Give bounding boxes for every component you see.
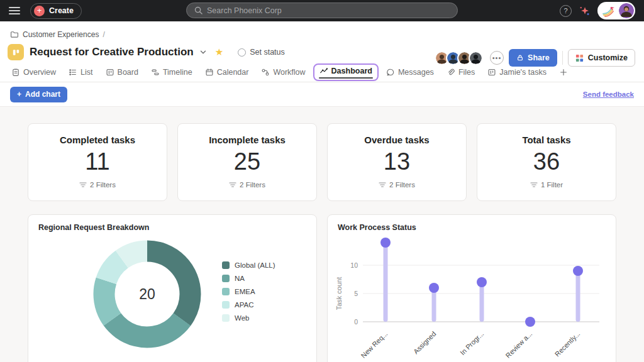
chart-title: Regional Request Breakdown (38, 223, 306, 232)
calendar-icon (205, 68, 214, 77)
legend-label: APAC (235, 301, 253, 309)
topbar-right: ? (560, 2, 635, 19)
tab-calendar[interactable]: Calendar (200, 65, 254, 80)
project-icon (8, 44, 24, 60)
create-button[interactable]: + Create (30, 3, 82, 19)
dashboard-canvas: Completed tasks112 FiltersIncomplete tas… (0, 107, 644, 362)
legend-swatch (222, 301, 230, 309)
stat-value: 11 (28, 149, 167, 175)
donut-chart-card[interactable]: Regional Request Breakdown 20 Global (AL… (28, 214, 317, 362)
chart-legend: Global (ALL)NAEMEAAPACWeb (222, 261, 275, 322)
tab-workflow[interactable]: Workflow (256, 65, 310, 80)
search-placeholder: Search Phoenix Corp (207, 6, 282, 15)
more-members-button[interactable]: ••• (490, 51, 504, 65)
y-tick-label: 5 (354, 290, 358, 297)
legend-item[interactable]: Web (222, 314, 275, 322)
stat-filters[interactable]: 1 Filter (477, 181, 616, 189)
divider (562, 51, 563, 65)
tab-label: Dashboard (331, 67, 372, 75)
stat-card-total-tasks[interactable]: Total tasks361 Filter (477, 123, 616, 201)
tab-board[interactable]: Board (101, 65, 143, 80)
donut-center-total: 20 (92, 239, 203, 349)
lollipop-stem (432, 288, 436, 322)
favorite-star-icon[interactable]: ★ (215, 47, 223, 58)
legend-item[interactable]: Global (ALL) (222, 261, 275, 269)
legend-swatch (222, 275, 230, 282)
lollipop-stem (480, 282, 484, 322)
x-tick-label: New Req... (359, 330, 389, 359)
chat-icon (386, 68, 395, 77)
tab-files[interactable]: Files (441, 65, 480, 80)
legend-label: Web (235, 314, 249, 322)
member-avatars[interactable] (435, 51, 483, 65)
legend-item[interactable]: APAC (222, 301, 275, 309)
sidebar-toggle-icon[interactable] (9, 7, 20, 14)
lollipop-dot-4[interactable] (525, 317, 535, 327)
member-avatar[interactable] (469, 51, 483, 65)
legend-swatch (222, 261, 230, 269)
chart-icon (319, 67, 328, 75)
stat-card-incomplete-tasks[interactable]: Incomplete tasks252 Filters (177, 123, 317, 201)
board-icon (106, 68, 114, 77)
phoenix-logo-icon (601, 4, 618, 17)
tab-messages[interactable]: Messages (381, 65, 439, 80)
y-tick-label: 0 (354, 318, 358, 326)
plus-icon: + (34, 6, 45, 16)
dashboard-toolbar: + Add chart Send feedback (0, 82, 644, 107)
share-button[interactable]: Share (509, 49, 557, 67)
legend-item[interactable]: EMEA (222, 288, 275, 295)
plus-icon (559, 68, 568, 77)
x-tick-label: Review a... (504, 330, 533, 359)
tab-list[interactable]: List (64, 65, 97, 80)
tab-label: Jamie's tasks (499, 68, 547, 77)
tab-dashboard[interactable]: Dashboard (313, 63, 379, 81)
tab-label: List (80, 68, 92, 77)
lollipop-chart-card[interactable]: Work Process Status 0510Task countNew Re… (327, 214, 616, 362)
search-input[interactable]: Search Phoenix Corp (186, 3, 458, 18)
create-button-label: Create (49, 6, 74, 15)
tab-jamies-tasks[interactable]: Jamie's tasks (482, 65, 552, 80)
customize-label: Customize (588, 53, 628, 62)
lollipop-chart: 0510Task countNew Req...AssignedIn Progr… (328, 215, 618, 362)
breadcrumb[interactable]: Customer Experiences / (0, 29, 644, 40)
legend-label: EMEA (235, 288, 255, 295)
stat-value: 25 (178, 149, 316, 175)
tab-timeline[interactable]: Timeline (146, 65, 197, 80)
lollipop-stem (576, 271, 580, 322)
header-actions: ••• Share Customize (435, 49, 635, 67)
lollipop-dot-2[interactable] (429, 283, 439, 293)
send-feedback-link[interactable]: Send feedback (583, 90, 634, 98)
stat-filters[interactable]: 2 Filters (28, 181, 167, 189)
chevron-down-icon[interactable] (199, 48, 207, 56)
ai-sparkle-icon[interactable] (579, 6, 590, 16)
stat-card-completed-tasks[interactable]: Completed tasks112 Filters (28, 123, 167, 201)
y-tick-label: 10 (350, 261, 358, 269)
x-tick-label: Recently... (553, 330, 582, 358)
filter-icon (79, 182, 87, 188)
stat-title: Overdue tasks (328, 134, 466, 145)
set-status-label: Set status (250, 48, 285, 57)
charts-row: Regional Request Breakdown 20 Global (AL… (28, 214, 616, 362)
set-status-button[interactable]: Set status (238, 48, 285, 57)
asana-dashboard-app: + Create Search Phoenix Corp ? (0, 0, 644, 362)
help-button[interactable]: ? (560, 5, 572, 17)
stat-title: Completed tasks (28, 134, 167, 145)
user-menu[interactable] (597, 2, 635, 19)
stat-filters[interactable]: 2 Filters (178, 181, 316, 189)
lollipop-dot-3[interactable] (477, 277, 487, 287)
add-chart-button[interactable]: + Add chart (10, 87, 67, 102)
breadcrumb-label: Customer Experiences (23, 30, 99, 39)
user-avatar (619, 3, 634, 18)
stat-filters[interactable]: 2 Filters (328, 181, 466, 189)
customize-button[interactable]: Customize (568, 49, 635, 67)
filter-icon (229, 182, 236, 188)
lollipop-stem (384, 243, 388, 322)
stat-card-overdue-tasks[interactable]: Overdue tasks132 Filters (327, 123, 467, 201)
legend-item[interactable]: NA (222, 275, 275, 282)
lollipop-dot-5[interactable] (573, 266, 583, 276)
tab-label: Files (458, 68, 475, 77)
donut-chart: 20 (92, 239, 203, 349)
tab-add-tab[interactable] (554, 65, 573, 80)
lollipop-dot-1[interactable] (380, 238, 391, 248)
tab-overview[interactable]: Overview (6, 65, 61, 80)
